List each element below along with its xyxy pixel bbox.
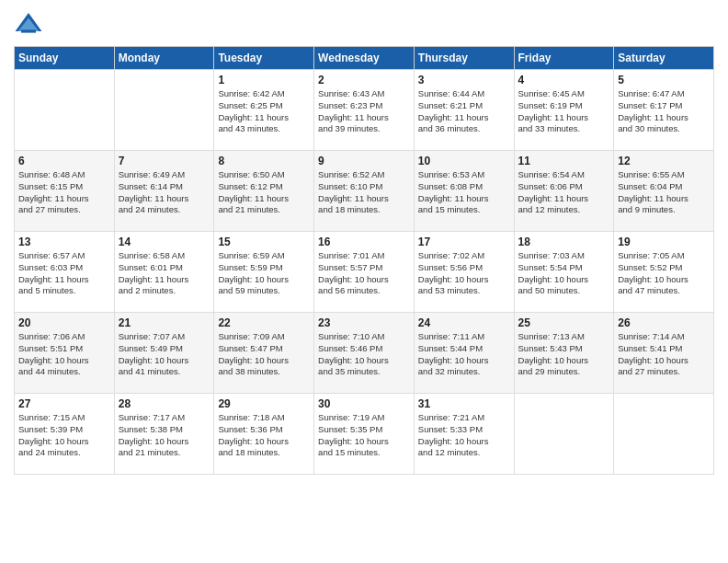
weekday-header-saturday: Saturday: [614, 47, 714, 70]
calendar-cell: 21Sunrise: 7:07 AM Sunset: 5:49 PM Dayli…: [114, 313, 214, 394]
calendar-week-4: 20Sunrise: 7:06 AM Sunset: 5:51 PM Dayli…: [15, 313, 714, 394]
calendar-cell: 31Sunrise: 7:21 AM Sunset: 5:33 PM Dayli…: [414, 394, 514, 475]
day-number: 31: [418, 397, 510, 410]
calendar-cell: 9Sunrise: 6:52 AM Sunset: 6:10 PM Daylig…: [314, 151, 415, 232]
calendar-cell: [514, 394, 614, 475]
calendar-week-1: 1Sunrise: 6:42 AM Sunset: 6:25 PM Daylig…: [15, 70, 714, 151]
day-number: 8: [218, 155, 310, 167]
day-number: 9: [318, 155, 410, 167]
calendar-cell: 25Sunrise: 7:13 AM Sunset: 5:43 PM Dayli…: [514, 313, 614, 394]
day-number: 4: [518, 74, 610, 86]
day-info: Sunrise: 6:55 AM Sunset: 6:04 PM Dayligh…: [618, 169, 710, 216]
calendar-cell: 8Sunrise: 6:50 AM Sunset: 6:12 PM Daylig…: [214, 151, 314, 232]
day-number: 6: [18, 155, 110, 167]
weekday-header-sunday: Sunday: [15, 47, 115, 70]
day-number: 5: [618, 74, 710, 86]
day-number: 17: [418, 236, 510, 248]
calendar-cell: 18Sunrise: 7:03 AM Sunset: 5:54 PM Dayli…: [514, 232, 614, 313]
day-number: 1: [218, 74, 310, 86]
calendar-cell: 19Sunrise: 7:05 AM Sunset: 5:52 PM Dayli…: [614, 232, 714, 313]
calendar-cell: 12Sunrise: 6:55 AM Sunset: 6:04 PM Dayli…: [614, 151, 714, 232]
calendar-cell: 16Sunrise: 7:01 AM Sunset: 5:57 PM Dayli…: [314, 232, 415, 313]
calendar-cell: 27Sunrise: 7:15 AM Sunset: 5:39 PM Dayli…: [15, 394, 115, 475]
main-container: SundayMondayTuesdayWednesdayThursdayFrid…: [0, 0, 728, 484]
day-info: Sunrise: 6:43 AM Sunset: 6:23 PM Dayligh…: [318, 88, 410, 135]
calendar-cell: 1Sunrise: 6:42 AM Sunset: 6:25 PM Daylig…: [214, 70, 314, 151]
weekday-header-wednesday: Wednesday: [314, 47, 415, 70]
calendar-cell: 26Sunrise: 7:14 AM Sunset: 5:41 PM Dayli…: [614, 313, 714, 394]
day-number: 11: [518, 155, 610, 167]
day-number: 14: [119, 236, 210, 248]
calendar-cell: 2Sunrise: 6:43 AM Sunset: 6:23 PM Daylig…: [314, 70, 415, 151]
day-number: 3: [418, 74, 510, 86]
calendar-cell: 20Sunrise: 7:06 AM Sunset: 5:51 PM Dayli…: [15, 313, 115, 394]
day-info: Sunrise: 6:49 AM Sunset: 6:14 PM Dayligh…: [119, 169, 210, 216]
calendar-cell: 13Sunrise: 6:57 AM Sunset: 6:03 PM Dayli…: [15, 232, 115, 313]
weekday-header-tuesday: Tuesday: [214, 47, 314, 70]
day-number: 23: [318, 316, 410, 329]
day-info: Sunrise: 7:14 AM Sunset: 5:41 PM Dayligh…: [618, 331, 710, 378]
day-number: 26: [618, 316, 710, 329]
day-number: 16: [318, 236, 410, 248]
day-info: Sunrise: 7:13 AM Sunset: 5:43 PM Dayligh…: [518, 331, 610, 378]
calendar-header: SundayMondayTuesdayWednesdayThursdayFrid…: [15, 47, 714, 70]
day-number: 7: [119, 155, 210, 167]
calendar-cell: 10Sunrise: 6:53 AM Sunset: 6:08 PM Dayli…: [414, 151, 514, 232]
calendar-cell: 4Sunrise: 6:45 AM Sunset: 6:19 PM Daylig…: [514, 70, 614, 151]
day-number: 15: [218, 236, 310, 248]
logo: [14, 9, 47, 39]
calendar-cell: 11Sunrise: 6:54 AM Sunset: 6:06 PM Dayli…: [514, 151, 614, 232]
day-info: Sunrise: 6:50 AM Sunset: 6:12 PM Dayligh…: [218, 169, 310, 216]
day-number: 21: [119, 316, 210, 329]
day-info: Sunrise: 6:53 AM Sunset: 6:08 PM Dayligh…: [418, 169, 510, 216]
calendar-cell: 29Sunrise: 7:18 AM Sunset: 5:36 PM Dayli…: [214, 394, 314, 475]
day-number: 29: [218, 397, 310, 410]
day-number: 12: [618, 155, 710, 167]
day-info: Sunrise: 6:54 AM Sunset: 6:06 PM Dayligh…: [518, 169, 610, 216]
weekday-header-monday: Monday: [114, 47, 214, 70]
day-number: 30: [318, 397, 410, 410]
calendar-cell: 22Sunrise: 7:09 AM Sunset: 5:47 PM Dayli…: [214, 313, 314, 394]
day-info: Sunrise: 6:44 AM Sunset: 6:21 PM Dayligh…: [418, 88, 510, 135]
logo-icon: [14, 9, 43, 39]
day-number: 13: [18, 236, 110, 248]
calendar-week-3: 13Sunrise: 6:57 AM Sunset: 6:03 PM Dayli…: [15, 232, 714, 313]
day-info: Sunrise: 7:10 AM Sunset: 5:46 PM Dayligh…: [318, 331, 410, 378]
day-info: Sunrise: 7:21 AM Sunset: 5:33 PM Dayligh…: [418, 412, 510, 459]
weekday-header-friday: Friday: [514, 47, 614, 70]
day-number: 24: [418, 316, 510, 329]
calendar-cell: [614, 394, 714, 475]
calendar-cell: 24Sunrise: 7:11 AM Sunset: 5:44 PM Dayli…: [414, 313, 514, 394]
svg-rect-2: [21, 29, 36, 32]
calendar-cell: 30Sunrise: 7:19 AM Sunset: 5:35 PM Dayli…: [314, 394, 415, 475]
day-info: Sunrise: 6:57 AM Sunset: 6:03 PM Dayligh…: [18, 250, 110, 297]
day-info: Sunrise: 7:17 AM Sunset: 5:38 PM Dayligh…: [119, 412, 210, 459]
calendar-cell: 15Sunrise: 6:59 AM Sunset: 5:59 PM Dayli…: [214, 232, 314, 313]
calendar-cell: 7Sunrise: 6:49 AM Sunset: 6:14 PM Daylig…: [114, 151, 214, 232]
day-info: Sunrise: 7:09 AM Sunset: 5:47 PM Dayligh…: [218, 331, 310, 378]
calendar-week-2: 6Sunrise: 6:48 AM Sunset: 6:15 PM Daylig…: [15, 151, 714, 232]
calendar-body: 1Sunrise: 6:42 AM Sunset: 6:25 PM Daylig…: [15, 70, 714, 475]
day-info: Sunrise: 6:47 AM Sunset: 6:17 PM Dayligh…: [618, 88, 710, 135]
day-info: Sunrise: 7:19 AM Sunset: 5:35 PM Dayligh…: [318, 412, 410, 459]
calendar-cell: 17Sunrise: 7:02 AM Sunset: 5:56 PM Dayli…: [414, 232, 514, 313]
day-info: Sunrise: 7:03 AM Sunset: 5:54 PM Dayligh…: [518, 250, 610, 297]
day-info: Sunrise: 6:48 AM Sunset: 6:15 PM Dayligh…: [18, 169, 110, 216]
calendar-cell: 6Sunrise: 6:48 AM Sunset: 6:15 PM Daylig…: [15, 151, 115, 232]
day-info: Sunrise: 7:05 AM Sunset: 5:52 PM Dayligh…: [618, 250, 710, 297]
calendar-cell: [114, 70, 214, 151]
weekday-row: SundayMondayTuesdayWednesdayThursdayFrid…: [15, 47, 714, 70]
day-info: Sunrise: 6:42 AM Sunset: 6:25 PM Dayligh…: [218, 88, 310, 135]
day-info: Sunrise: 7:01 AM Sunset: 5:57 PM Dayligh…: [318, 250, 410, 297]
calendar-cell: 14Sunrise: 6:58 AM Sunset: 6:01 PM Dayli…: [114, 232, 214, 313]
calendar-cell: 28Sunrise: 7:17 AM Sunset: 5:38 PM Dayli…: [114, 394, 214, 475]
day-number: 25: [518, 316, 610, 329]
day-info: Sunrise: 7:18 AM Sunset: 5:36 PM Dayligh…: [218, 412, 310, 459]
calendar-cell: 23Sunrise: 7:10 AM Sunset: 5:46 PM Dayli…: [314, 313, 415, 394]
day-info: Sunrise: 7:15 AM Sunset: 5:39 PM Dayligh…: [18, 412, 110, 459]
page-header: [14, 9, 714, 39]
calendar-week-5: 27Sunrise: 7:15 AM Sunset: 5:39 PM Dayli…: [15, 394, 714, 475]
day-info: Sunrise: 6:59 AM Sunset: 5:59 PM Dayligh…: [218, 250, 310, 297]
calendar-cell: 5Sunrise: 6:47 AM Sunset: 6:17 PM Daylig…: [614, 70, 714, 151]
day-number: 22: [218, 316, 310, 329]
